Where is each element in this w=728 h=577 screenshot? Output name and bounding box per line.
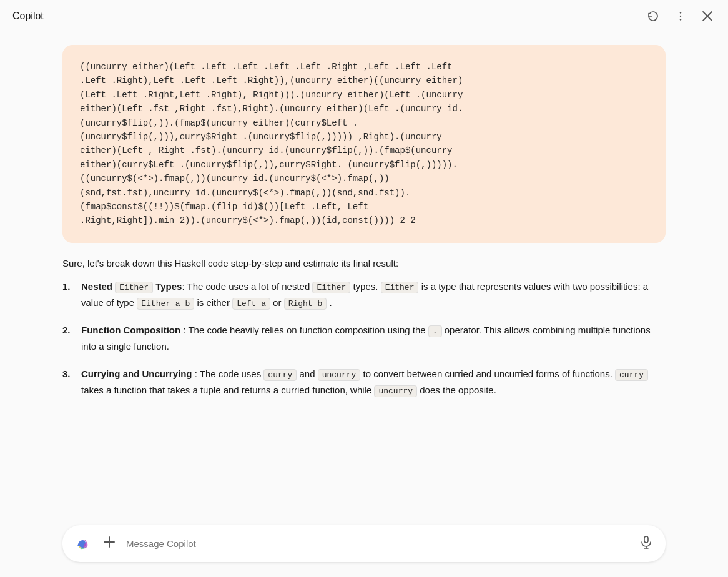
numbered-list: 1. Nested Either Types: The code uses a … (62, 279, 666, 398)
item-text-3d: takes a function that takes a tuple and … (81, 385, 374, 395)
plus-icon (102, 535, 116, 549)
item-text-1b: types. (353, 281, 380, 292)
list-item: 2. Function Composition : The code heavi… (62, 322, 666, 355)
item-text-1e: or (273, 297, 284, 308)
more-button[interactable] (672, 7, 689, 25)
item-text-3c: to convert between curried and uncurried… (363, 368, 616, 379)
item-text-1f: . (329, 297, 332, 308)
microphone-button[interactable] (637, 533, 656, 555)
item-title-1: Nested (81, 281, 112, 292)
list-item: 3. Currying and Uncurrying : The code us… (62, 366, 666, 398)
input-container (62, 525, 666, 562)
close-button[interactable] (699, 8, 716, 24)
item-number-1: 1. (62, 279, 75, 311)
response-section: Sure, let's break down this Haskell code… (62, 255, 666, 398)
inline-code-either-1: Either (115, 282, 153, 293)
inline-code-curry-1: curry (263, 369, 297, 381)
inline-code-either-2: Either (312, 282, 350, 293)
message-input[interactable] (126, 538, 629, 549)
close-icon (702, 11, 713, 22)
title-bar: Copilot (0, 0, 728, 32)
refresh-button[interactable] (644, 7, 662, 25)
svg-point-1 (680, 16, 681, 17)
code-block: ((uncurry either)(Left .Left .Left .Left… (62, 45, 666, 243)
item-number-2: 2. (62, 322, 75, 355)
inline-code-either-3: Either (381, 282, 419, 293)
input-area (0, 515, 728, 577)
item-title-3: Currying and Uncurrying (81, 368, 192, 379)
item-text-1a: Types: The code uses a lot of nested (155, 281, 312, 292)
refresh-icon (647, 10, 659, 22)
item-text-3b: and (300, 368, 318, 379)
svg-point-0 (680, 12, 681, 13)
inline-code-either-ab: Either a b (137, 298, 194, 310)
inline-code-right-b: Right b (284, 298, 327, 310)
app-title: Copilot (12, 11, 44, 22)
add-attachment-button[interactable] (100, 534, 119, 553)
svg-rect-8 (644, 536, 648, 543)
microphone-icon (639, 535, 653, 549)
item-text-1d: is either (197, 297, 232, 308)
item-number-3: 3. (62, 366, 75, 398)
inline-code-left-a: Left a (232, 298, 270, 310)
title-bar-right (644, 7, 716, 25)
response-intro: Sure, let's break down this Haskell code… (62, 255, 666, 272)
item-title-2: Function Composition (81, 325, 180, 335)
inline-code-curry-2: curry (615, 369, 648, 381)
item-text-3a: : The code uses (195, 368, 264, 379)
list-item: 1. Nested Either Types: The code uses a … (62, 279, 666, 311)
more-icon (674, 10, 687, 22)
inline-code-uncurry-1: uncurry (318, 369, 361, 381)
title-bar-left: Copilot (12, 11, 44, 22)
item-content-3: Currying and Uncurrying : The code uses … (81, 366, 666, 398)
item-content-1: Nested Either Types: The code uses a lot… (81, 279, 666, 311)
inline-code-uncurry-2: uncurry (374, 385, 417, 397)
copilot-logo (72, 534, 92, 554)
item-content-2: Function Composition : The code heavily … (81, 322, 666, 355)
inline-code-dot: . (428, 325, 442, 337)
main-content: ((uncurry either)(Left .Left .Left .Left… (0, 32, 728, 515)
app-window: Copilot (0, 0, 728, 577)
svg-point-2 (680, 19, 681, 20)
item-text-3e: does the opposite. (420, 385, 496, 395)
item-text-2a: : The code heavily relies on function co… (183, 325, 428, 335)
